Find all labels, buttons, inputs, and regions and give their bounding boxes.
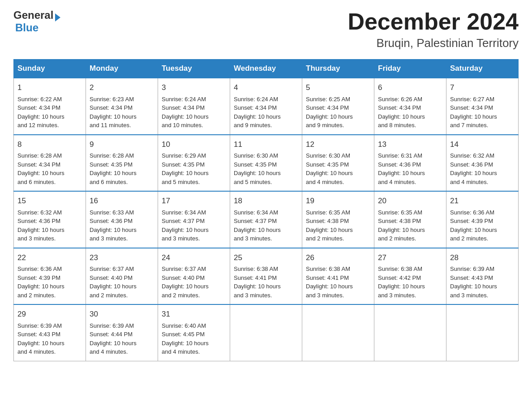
day-info: Sunrise: 6:37 AM Sunset: 4:40 PM Dayligh… [90, 265, 137, 299]
logo-general-text: General [13, 9, 53, 21]
calendar-cell: 3Sunrise: 6:24 AM Sunset: 4:34 PM Daylig… [158, 78, 230, 135]
day-number: 23 [90, 252, 154, 264]
day-number: 5 [306, 82, 370, 94]
calendar-cell: 18Sunrise: 6:34 AM Sunset: 4:37 PM Dayli… [230, 191, 302, 248]
calendar-cell: 23Sunrise: 6:37 AM Sunset: 4:40 PM Dayli… [86, 248, 158, 305]
day-info: Sunrise: 6:34 AM Sunset: 4:37 PM Dayligh… [162, 209, 209, 242]
calendar-title: December 2024 [348, 9, 519, 34]
col-header-thursday: Thursday [302, 60, 374, 78]
logo-blue-text: Blue [15, 21, 39, 34]
calendar-cell: 25Sunrise: 6:38 AM Sunset: 4:41 PM Dayli… [230, 248, 302, 305]
calendar-cell: 10Sunrise: 6:29 AM Sunset: 4:35 PM Dayli… [158, 135, 230, 192]
day-info: Sunrise: 6:30 AM Sunset: 4:35 PM Dayligh… [306, 152, 353, 185]
calendar-cell [374, 304, 446, 361]
day-number: 20 [378, 195, 442, 207]
calendar-week-row: 22Sunrise: 6:36 AM Sunset: 4:39 PM Dayli… [14, 248, 519, 305]
calendar-header-row: SundayMondayTuesdayWednesdayThursdayFrid… [14, 60, 519, 78]
page-header: General Blue December 2024 Bruqin, Pales… [13, 9, 519, 50]
day-number: 25 [234, 252, 298, 264]
day-info: Sunrise: 6:32 AM Sunset: 4:36 PM Dayligh… [17, 209, 64, 242]
day-number: 8 [17, 139, 82, 150]
calendar-cell: 24Sunrise: 6:37 AM Sunset: 4:40 PM Dayli… [158, 248, 230, 305]
day-info: Sunrise: 6:29 AM Sunset: 4:35 PM Dayligh… [162, 152, 209, 185]
col-header-saturday: Saturday [446, 60, 519, 78]
calendar-cell: 13Sunrise: 6:31 AM Sunset: 4:36 PM Dayli… [374, 135, 446, 192]
col-header-friday: Friday [374, 60, 446, 78]
day-info: Sunrise: 6:33 AM Sunset: 4:36 PM Dayligh… [90, 209, 137, 242]
day-number: 13 [378, 139, 442, 150]
calendar-cell: 31Sunrise: 6:40 AM Sunset: 4:45 PM Dayli… [158, 304, 230, 361]
day-number: 3 [162, 82, 226, 94]
col-header-monday: Monday [86, 60, 158, 78]
col-header-sunday: Sunday [14, 60, 86, 78]
day-info: Sunrise: 6:26 AM Sunset: 4:34 PM Dayligh… [378, 96, 425, 129]
day-info: Sunrise: 6:35 AM Sunset: 4:38 PM Dayligh… [378, 209, 425, 242]
calendar-cell: 17Sunrise: 6:34 AM Sunset: 4:37 PM Dayli… [158, 191, 230, 248]
day-number: 19 [306, 195, 370, 207]
col-header-tuesday: Tuesday [158, 60, 230, 78]
day-info: Sunrise: 6:39 AM Sunset: 4:43 PM Dayligh… [450, 265, 497, 299]
day-info: Sunrise: 6:39 AM Sunset: 4:44 PM Dayligh… [90, 322, 137, 355]
day-info: Sunrise: 6:28 AM Sunset: 4:34 PM Dayligh… [17, 152, 64, 185]
calendar-cell: 19Sunrise: 6:35 AM Sunset: 4:38 PM Dayli… [302, 191, 374, 248]
logo-triangle-icon [55, 13, 60, 21]
day-info: Sunrise: 6:36 AM Sunset: 4:39 PM Dayligh… [17, 265, 64, 299]
calendar-cell [230, 304, 302, 361]
calendar-cell: 8Sunrise: 6:28 AM Sunset: 4:34 PM Daylig… [14, 135, 86, 192]
day-number: 1 [17, 82, 82, 94]
day-info: Sunrise: 6:28 AM Sunset: 4:35 PM Dayligh… [90, 152, 137, 185]
calendar-cell: 7Sunrise: 6:27 AM Sunset: 4:34 PM Daylig… [446, 78, 519, 135]
col-header-wednesday: Wednesday [230, 60, 302, 78]
day-number: 6 [378, 82, 442, 94]
calendar-cell: 6Sunrise: 6:26 AM Sunset: 4:34 PM Daylig… [374, 78, 446, 135]
calendar-cell: 27Sunrise: 6:38 AM Sunset: 4:42 PM Dayli… [374, 248, 446, 305]
day-info: Sunrise: 6:23 AM Sunset: 4:34 PM Dayligh… [90, 96, 137, 129]
day-number: 29 [17, 308, 82, 320]
logo: General Blue [13, 9, 60, 34]
calendar-cell: 14Sunrise: 6:32 AM Sunset: 4:36 PM Dayli… [446, 135, 519, 192]
day-info: Sunrise: 6:38 AM Sunset: 4:42 PM Dayligh… [378, 265, 425, 299]
day-info: Sunrise: 6:34 AM Sunset: 4:37 PM Dayligh… [234, 209, 281, 242]
calendar-cell: 11Sunrise: 6:30 AM Sunset: 4:35 PM Dayli… [230, 135, 302, 192]
calendar-cell: 20Sunrise: 6:35 AM Sunset: 4:38 PM Dayli… [374, 191, 446, 248]
day-number: 24 [162, 252, 226, 264]
day-number: 28 [450, 252, 515, 264]
calendar-table: SundayMondayTuesdayWednesdayThursdayFrid… [13, 59, 519, 361]
day-number: 12 [306, 139, 370, 150]
calendar-cell: 4Sunrise: 6:24 AM Sunset: 4:34 PM Daylig… [230, 78, 302, 135]
day-number: 14 [450, 139, 515, 150]
day-info: Sunrise: 6:40 AM Sunset: 4:45 PM Dayligh… [162, 322, 209, 355]
calendar-week-row: 15Sunrise: 6:32 AM Sunset: 4:36 PM Dayli… [14, 191, 519, 248]
day-number: 15 [17, 195, 82, 207]
calendar-week-row: 8Sunrise: 6:28 AM Sunset: 4:34 PM Daylig… [14, 135, 519, 192]
day-number: 26 [306, 252, 370, 264]
calendar-cell: 5Sunrise: 6:25 AM Sunset: 4:34 PM Daylig… [302, 78, 374, 135]
calendar-cell: 29Sunrise: 6:39 AM Sunset: 4:43 PM Dayli… [14, 304, 86, 361]
calendar-cell: 2Sunrise: 6:23 AM Sunset: 4:34 PM Daylig… [86, 78, 158, 135]
day-number: 7 [450, 82, 515, 94]
day-number: 11 [234, 139, 298, 150]
day-info: Sunrise: 6:37 AM Sunset: 4:40 PM Dayligh… [162, 265, 209, 299]
day-number: 17 [162, 195, 226, 207]
day-info: Sunrise: 6:38 AM Sunset: 4:41 PM Dayligh… [306, 265, 353, 299]
day-number: 21 [450, 195, 515, 207]
day-info: Sunrise: 6:36 AM Sunset: 4:39 PM Dayligh… [450, 209, 497, 242]
day-number: 30 [90, 308, 154, 320]
calendar-cell: 26Sunrise: 6:38 AM Sunset: 4:41 PM Dayli… [302, 248, 374, 305]
day-number: 2 [90, 82, 154, 94]
calendar-week-row: 29Sunrise: 6:39 AM Sunset: 4:43 PM Dayli… [14, 304, 519, 361]
calendar-title-block: December 2024 Bruqin, Palestinian Territ… [348, 9, 519, 50]
calendar-cell: 15Sunrise: 6:32 AM Sunset: 4:36 PM Dayli… [14, 191, 86, 248]
calendar-cell: 12Sunrise: 6:30 AM Sunset: 4:35 PM Dayli… [302, 135, 374, 192]
day-info: Sunrise: 6:22 AM Sunset: 4:34 PM Dayligh… [17, 96, 64, 129]
calendar-cell: 9Sunrise: 6:28 AM Sunset: 4:35 PM Daylig… [86, 135, 158, 192]
day-number: 22 [17, 252, 82, 264]
calendar-cell: 30Sunrise: 6:39 AM Sunset: 4:44 PM Dayli… [86, 304, 158, 361]
calendar-cell [446, 304, 519, 361]
day-number: 27 [378, 252, 442, 264]
calendar-subtitle: Bruqin, Palestinian Territory [348, 36, 519, 50]
day-number: 16 [90, 195, 154, 207]
day-info: Sunrise: 6:25 AM Sunset: 4:34 PM Dayligh… [306, 96, 353, 129]
calendar-week-row: 1Sunrise: 6:22 AM Sunset: 4:34 PM Daylig… [14, 78, 519, 135]
day-info: Sunrise: 6:35 AM Sunset: 4:38 PM Dayligh… [306, 209, 353, 242]
